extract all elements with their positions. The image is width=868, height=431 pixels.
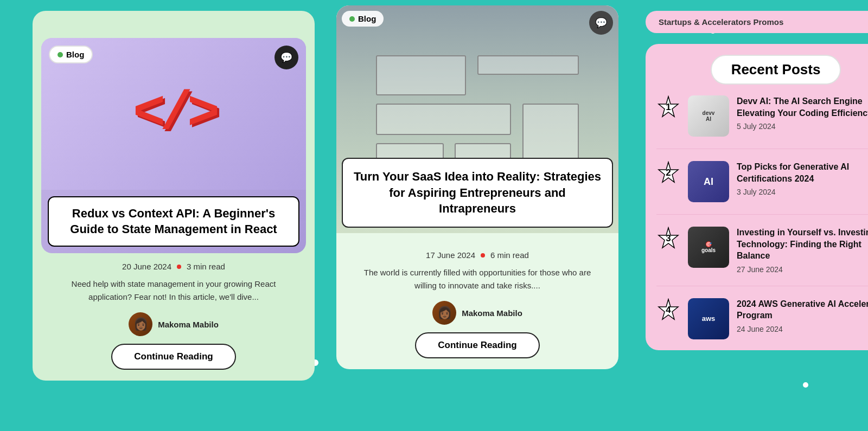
rank-badge-1: 1 xyxy=(656,95,680,119)
left-continue-reading-button[interactable]: Continue Reading xyxy=(111,344,235,370)
prev-post-label: Startups & Accelerators Promos xyxy=(659,17,783,27)
recent-post-item-2[interactable]: 2 AI Top Picks for Generative AI Certifi… xyxy=(656,161,868,215)
left-card-inner: Blog 💬 </> Redux vs Context API: A Begin… xyxy=(41,38,306,253)
left-blog-badge[interactable]: Blog xyxy=(49,46,93,63)
left-blog-card: Blog 💬 </> Redux vs Context API: A Begin… xyxy=(33,11,315,381)
post-date-2: 3 July 2024 xyxy=(737,188,868,196)
left-card-date: 20 June 2024 xyxy=(122,262,171,271)
code-icon: </> xyxy=(133,83,214,145)
post-info-4: 2024 AWS Generative AI Accelerator Progr… xyxy=(737,298,868,333)
middle-card-meta: 17 June 2024 6 min read xyxy=(347,250,608,260)
post-title-2: Top Picks for Generative AI Certificatio… xyxy=(737,161,868,184)
post-info-2: Top Picks for Generative AI Certificatio… xyxy=(737,161,868,196)
post-title-4: 2024 AWS Generative AI Accelerator Progr… xyxy=(737,298,868,321)
left-author-row: 👩🏾 Makoma Mabilo xyxy=(41,312,306,336)
post-thumb-2: AI xyxy=(688,161,729,202)
prev-post-bar: Startups & Accelerators Promos xyxy=(646,11,868,33)
middle-author-avatar: 👩🏾 xyxy=(432,301,456,325)
middle-card-excerpt: The world is currently filled with oppor… xyxy=(347,266,608,292)
left-card-outer: Blog 💬 </> Redux vs Context API: A Begin… xyxy=(33,11,315,381)
rank-number-1: 1 xyxy=(666,102,671,113)
post-thumb-3: 🎯goals xyxy=(688,227,729,268)
left-card-read-time: 3 min read xyxy=(187,262,225,271)
post-date-3: 27 June 2024 xyxy=(737,265,868,274)
middle-avatar-image: 👩🏾 xyxy=(432,301,456,325)
left-avatar-image: 👩🏾 xyxy=(129,312,152,336)
post-info-1: Devv AI: The AI Search Engine Elevating … xyxy=(737,95,868,131)
rank-badge-3: 3 xyxy=(656,227,680,250)
middle-meta-dot xyxy=(481,253,485,258)
post-date-4: 24 June 2024 xyxy=(737,325,868,333)
recent-posts-card: Recent Posts 1 devvAI Devv AI: The AI Se… xyxy=(646,44,868,350)
recent-posts-header: Recent Posts xyxy=(656,55,868,85)
post-thumb-1: devvAI xyxy=(688,95,729,137)
rank-badge-4: 4 xyxy=(656,298,680,322)
rank-badge-2: 2 xyxy=(656,161,680,185)
middle-badge-label: Blog xyxy=(358,14,376,23)
post-date-1: 5 July 2024 xyxy=(737,122,868,131)
middle-title-overlay: Turn Your SaaS Idea into Reality: Strate… xyxy=(342,158,613,228)
middle-comment-button[interactable]: 💬 xyxy=(589,11,613,35)
rank-number-2: 2 xyxy=(666,168,671,178)
middle-card-body: 17 June 2024 6 min read The world is cur… xyxy=(336,233,618,369)
recent-post-item-3[interactable]: 3 🎯goals Investing in Yourself vs. Inves… xyxy=(656,227,868,286)
post-title-3: Investing in Yourself vs. Investing in T… xyxy=(737,227,868,262)
middle-status-dot xyxy=(349,16,355,22)
left-card-excerpt: Need help with state management in your … xyxy=(41,278,306,304)
post-title-1: Devv AI: The AI Search Engine Elevating … xyxy=(737,95,868,119)
middle-card-outer: Blog 💬 Turn Your SaaS Idea into Reality:… xyxy=(336,5,618,369)
rank-number-3: 3 xyxy=(666,233,671,244)
left-card-title: Redux vs Context API: A Beginner's Guide… xyxy=(60,206,288,237)
recent-posts-title: Recent Posts xyxy=(711,55,841,85)
middle-card-date: 17 June 2024 xyxy=(426,250,475,260)
left-card-title-box: Redux vs Context API: A Beginner's Guide… xyxy=(48,196,299,247)
middle-card-read-time: 6 min read xyxy=(490,250,529,260)
left-author-name: Makoma Mabilo xyxy=(158,320,219,329)
middle-continue-reading-button[interactable]: Continue Reading xyxy=(415,332,539,358)
sidebar: Startups & Accelerators Promos Recent Po… xyxy=(646,11,868,356)
rank-number-4: 4 xyxy=(666,305,671,316)
left-card-meta: 20 June 2024 3 min read xyxy=(41,262,306,271)
middle-blog-card: Blog 💬 Turn Your SaaS Idea into Reality:… xyxy=(336,5,618,369)
middle-card-title: Turn Your SaaS Idea into Reality: Strate… xyxy=(354,169,601,217)
middle-author-row: 👩🏾 Makoma Mabilo xyxy=(347,301,608,325)
middle-card-image-area: Blog 💬 Turn Your SaaS Idea into Reality:… xyxy=(336,5,618,233)
left-author-avatar: 👩🏾 xyxy=(129,312,152,336)
middle-blog-badge[interactable]: Blog xyxy=(342,11,384,27)
blog-status-dot xyxy=(58,52,63,57)
recent-post-item-1[interactable]: 1 devvAI Devv AI: The AI Search Engine E… xyxy=(656,95,868,149)
post-thumb-4: aws xyxy=(688,298,729,339)
left-comment-button[interactable]: 💬 xyxy=(275,46,298,69)
left-badge-label: Blog xyxy=(66,50,84,59)
post-info-3: Investing in Yourself vs. Investing in T… xyxy=(737,227,868,274)
left-meta-dot xyxy=(177,265,181,269)
recent-post-item-4[interactable]: 4 aws 2024 AWS Generative AI Accelerator… xyxy=(656,298,868,339)
middle-author-name: Makoma Mabilo xyxy=(462,308,522,318)
